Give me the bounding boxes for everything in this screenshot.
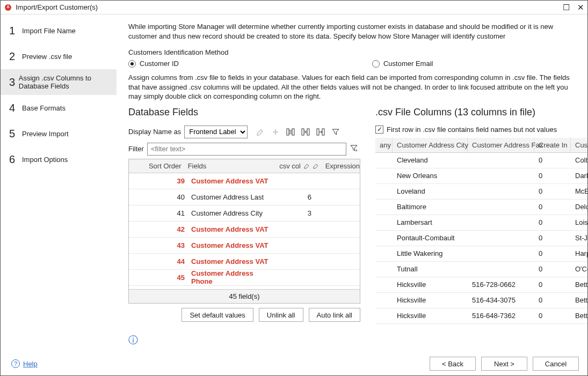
cell-field: Customer Address VAT [188, 257, 276, 266]
cell-create: 0 [534, 156, 571, 164]
radio-customer-email-label: Customer Email [383, 60, 433, 68]
filter-toolbar-icon[interactable] [330, 127, 341, 137]
table-row[interactable]: New Orleans0Darling [375, 168, 587, 184]
step-number: 5 [9, 128, 22, 140]
table-row[interactable]: Loveland0McEvoy [375, 184, 587, 200]
filter-input[interactable] [147, 143, 346, 156]
unlink-all-button[interactable]: Unlink all [259, 308, 303, 322]
cell-fax: 516-434-3075 [468, 296, 534, 304]
table-row[interactable]: Hicksville516-648-73620Betts [375, 308, 587, 324]
next-button[interactable]: Next > [481, 357, 527, 371]
col-create-in[interactable]: Create In [534, 138, 571, 152]
cell-create: 0 [534, 312, 571, 320]
database-fields-heading: Database Fields [128, 107, 360, 118]
edit-icon[interactable] [255, 127, 266, 137]
svg-rect-4 [307, 129, 309, 135]
set-default-values-button[interactable]: Set default values [182, 308, 253, 322]
col-city[interactable]: Customer Address City [393, 138, 468, 152]
table-row[interactable]: Lambersart0Loiselle [375, 215, 587, 231]
step-label: Import File Name [22, 27, 76, 35]
wizard-step[interactable]: 2Preview .csv file [1, 43, 117, 69]
step-label: Preview Import [22, 130, 69, 138]
cell-field: Customer Address VAT [188, 225, 276, 233]
table-row[interactable]: 42Customer Address VAT [129, 222, 360, 238]
table-row[interactable]: 41Customer Address City3 [129, 205, 360, 222]
col-any[interactable]: any [375, 138, 393, 152]
table-row[interactable]: 39Customer Address VAT [129, 173, 360, 189]
cell-sort: 41 [129, 209, 188, 217]
step-number: 2 [9, 50, 22, 63]
col-csv-col[interactable]: csv col [267, 162, 303, 170]
display-name-select[interactable]: Frontend Label [184, 126, 248, 138]
table-row[interactable]: 44Customer Address VAT [129, 254, 360, 270]
table-row[interactable]: 45Customer Address Phone [129, 270, 360, 286]
table-row[interactable]: Hicksville516-728-06620Betts [375, 277, 587, 293]
cell-city: Little Wakering [393, 249, 468, 257]
db-table-footer: 45 field(s) [129, 289, 360, 303]
info-icon[interactable]: ⓘ [128, 335, 138, 345]
pencil-icon[interactable] [303, 163, 312, 169]
add-icon[interactable] [270, 127, 281, 137]
table-row[interactable]: 43Customer Address VAT [129, 238, 360, 254]
table-row[interactable]: 40Customer Address Last6 [129, 189, 360, 205]
radio-customer-id[interactable]: Customer ID [128, 60, 179, 68]
cell-sort: 45 [129, 274, 188, 282]
link-columns-icon[interactable] [285, 127, 296, 137]
auto-link-all-button[interactable]: Auto link all [309, 308, 360, 322]
back-button[interactable]: < Back [430, 357, 476, 371]
help-icon: ? [11, 359, 20, 368]
cell-sort: 40 [129, 193, 188, 201]
wizard-step[interactable]: 3Assign .csv Columns to Database Fields [1, 69, 117, 95]
step-number: 1 [9, 25, 22, 37]
col-fields[interactable]: Fields [185, 162, 267, 170]
wizard-step[interactable]: 5Preview Import [1, 121, 117, 146]
filter-label: Filter [128, 145, 144, 153]
radio-dot-icon [128, 60, 136, 68]
cell-create: 0 [534, 234, 571, 242]
first-row-checkbox[interactable] [375, 126, 383, 134]
cell-city: Pontault-Combault [393, 234, 468, 242]
table-row[interactable]: Little Wakering0Harper [375, 246, 587, 262]
cell-city: Baltimore [393, 203, 468, 211]
titlebar: Import/Export Customer(s) ☐ ✕ [1, 1, 587, 14]
wizard-step[interactable]: 4Base Formats [1, 95, 117, 121]
table-row[interactable]: Hicksville516-434-30750Betts [375, 293, 587, 308]
cell-create: 0 [534, 187, 571, 195]
close-button[interactable]: ✕ [577, 3, 584, 11]
cell-city: Tutnall [393, 265, 468, 273]
wizard-step[interactable]: 6Import Options [1, 146, 117, 172]
maximize-button[interactable]: ☐ [563, 3, 570, 11]
step-number: 6 [9, 153, 22, 166]
table-row[interactable]: Pontault-Combault0St-Jean [375, 231, 587, 246]
cell-city: Hicksville [393, 296, 468, 304]
cell-create: 0 [534, 265, 571, 273]
cell-sort: 39 [129, 177, 188, 185]
table-row[interactable]: Baltimore0Delossa [375, 200, 587, 215]
cell-cust: Delossa [571, 203, 587, 211]
database-fields-table: Sort Order Fields csv col Expression 39C… [128, 159, 360, 304]
step-number: 4 [9, 102, 22, 114]
col-fax[interactable]: Customer Address Fax [468, 138, 534, 152]
col-expression[interactable]: Expression [321, 162, 360, 170]
table-row[interactable]: Cleveland0Colburn [375, 153, 587, 168]
cancel-button[interactable]: Cancel [533, 357, 579, 371]
cell-city: Lambersart [393, 218, 468, 226]
autolink-columns-icon[interactable] [315, 127, 326, 137]
cell-sort: 42 [129, 225, 188, 233]
col-custom[interactable]: Custom [571, 138, 587, 152]
cell-field: Customer Address VAT [188, 241, 276, 249]
cell-create: 0 [534, 203, 571, 211]
step-label: Base Formats [22, 104, 66, 112]
wizard-step[interactable]: 1Import File Name [1, 18, 117, 43]
filter-reset-icon[interactable] [350, 144, 360, 154]
radio-dot-icon [372, 60, 380, 68]
cell-create: 0 [534, 296, 571, 304]
cell-create: 0 [534, 218, 571, 226]
instructions-1: While importing Store Manager will deter… [128, 22, 579, 41]
col-sort-order[interactable]: Sort Order [129, 162, 185, 170]
help-link[interactable]: ? Help [11, 359, 38, 368]
table-row[interactable]: Tutnall0O'Conn [375, 262, 587, 277]
radio-customer-email[interactable]: Customer Email [372, 60, 433, 68]
unlink-columns-icon[interactable] [300, 127, 311, 137]
pencil-icon[interactable] [312, 163, 321, 169]
